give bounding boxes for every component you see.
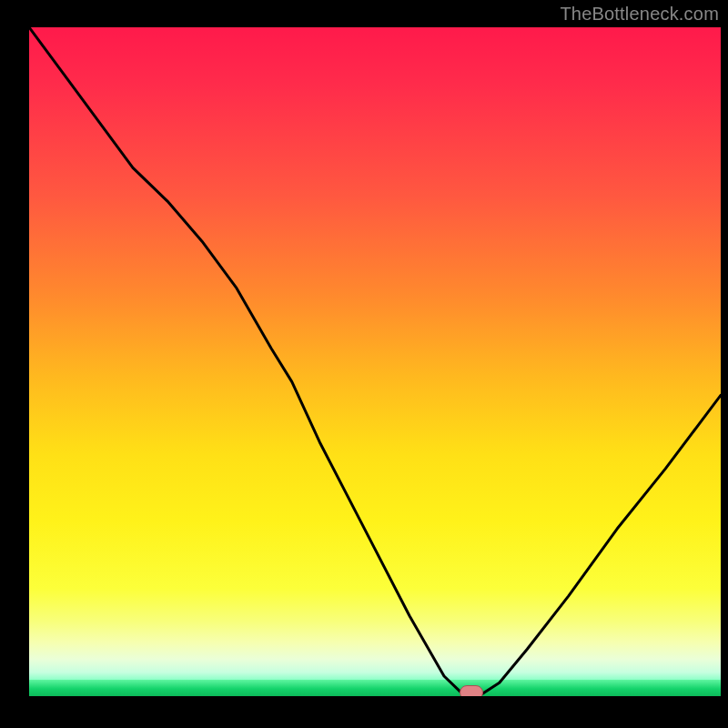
curve-path: [29, 27, 721, 696]
attribution-label: TheBottleneck.com: [560, 4, 719, 25]
chart-container: TheBottleneck.com: [0, 0, 728, 728]
sweet-spot-marker: [460, 685, 483, 696]
plot-area: [29, 27, 721, 696]
bottleneck-curve: [29, 27, 721, 696]
chart-frame: [0, 0, 728, 728]
